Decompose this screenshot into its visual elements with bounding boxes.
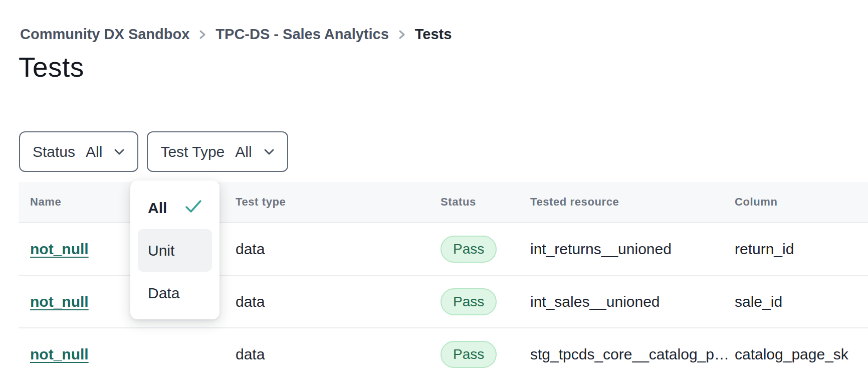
- status-badge: Pass: [441, 341, 497, 368]
- breadcrumb-item-account[interactable]: Community DX Sandbox: [20, 26, 189, 43]
- chevron-right-icon: [398, 29, 405, 40]
- dropdown-item-unit-label: Unit: [148, 242, 174, 259]
- test-type-cell: data: [236, 293, 441, 310]
- chevron-right-icon: [199, 29, 206, 40]
- test-name-link[interactable]: not_null: [30, 346, 89, 362]
- column-header-status: Status: [441, 196, 530, 209]
- test-type-cell: data: [236, 346, 441, 363]
- column-cell: return_id: [735, 241, 868, 258]
- table-row: not_null data Pass stg_tpcds_core__catal…: [19, 327, 868, 379]
- column-header-column: Column: [735, 196, 868, 209]
- filter-bar: Status All Test Type All: [19, 131, 288, 172]
- check-icon: [185, 200, 202, 217]
- column-header-test-type: Test type: [236, 196, 441, 209]
- test-type-filter-button[interactable]: Test Type All: [147, 131, 288, 172]
- tested-resource-cell: int_sales__unioned: [530, 293, 735, 310]
- status-badge: Pass: [441, 236, 497, 263]
- test-type-filter-label: Test Type: [160, 143, 225, 160]
- column-cell: catalog_page_sk: [735, 346, 868, 363]
- breadcrumb: Community DX Sandbox TPC-DS - Sales Anal…: [20, 26, 452, 43]
- test-type-filter-value: All: [235, 143, 252, 160]
- status-badge: Pass: [441, 288, 497, 315]
- tests-page: Community DX Sandbox TPC-DS - Sales Anal…: [0, 0, 868, 379]
- column-header-tested-resource: Tested resource: [530, 196, 735, 209]
- dropdown-item-all-label: All: [148, 200, 167, 217]
- status-filter-value: All: [86, 143, 102, 160]
- dropdown-item-all[interactable]: All: [138, 186, 212, 229]
- chevron-down-icon: [264, 148, 275, 155]
- test-name-link[interactable]: not_null: [30, 241, 89, 257]
- chevron-down-icon: [114, 148, 125, 155]
- test-name-link[interactable]: not_null: [30, 293, 89, 310]
- breadcrumb-item-tests: Tests: [415, 26, 452, 43]
- status-filter-label: Status: [33, 143, 75, 160]
- tested-resource-cell: int_returns__unioned: [530, 241, 735, 258]
- tested-resource-cell: stg_tpcds_core__catalog_p…: [530, 346, 735, 363]
- page-title: Tests: [19, 51, 84, 83]
- dropdown-item-data-label: Data: [148, 285, 179, 302]
- column-cell: sale_id: [735, 293, 868, 310]
- dropdown-item-unit[interactable]: Unit: [138, 229, 212, 272]
- test-type-cell: data: [236, 241, 441, 258]
- test-type-dropdown: All Unit Data: [130, 180, 220, 319]
- status-filter-button[interactable]: Status All: [19, 131, 138, 172]
- breadcrumb-item-project[interactable]: TPC-DS - Sales Analytics: [215, 26, 388, 43]
- dropdown-item-data[interactable]: Data: [138, 272, 212, 314]
